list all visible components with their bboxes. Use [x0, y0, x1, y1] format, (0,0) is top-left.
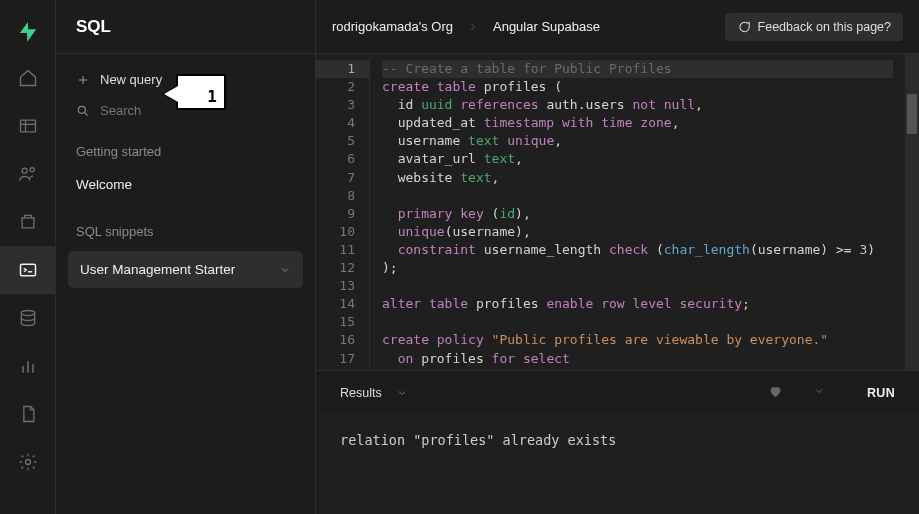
chevron-right-icon	[467, 21, 479, 33]
nav-auth-icon[interactable]	[0, 150, 56, 198]
page-title: SQL	[56, 0, 315, 54]
nav-reports-icon[interactable]	[0, 342, 56, 390]
sidebar-item-user-management[interactable]: User Management Starter	[68, 251, 303, 288]
svg-rect-5	[21, 264, 36, 276]
sidebar: SQL New query 1 Getting started Welcome …	[56, 0, 316, 514]
feedback-label: Feedback on this page?	[758, 20, 891, 34]
chevron-down-icon	[279, 264, 291, 276]
new-query-button[interactable]: New query	[56, 54, 315, 97]
results-bar: Results RUN	[316, 370, 919, 414]
sql-editor[interactable]: 1234567891011121314151617 -- Create a ta…	[316, 54, 919, 370]
breadcrumb: rodrigokamada's Org Angular Supabase Fee…	[316, 0, 919, 54]
sidebar-item-label: User Management Starter	[80, 262, 235, 277]
nav-table-editor-icon[interactable]	[0, 102, 56, 150]
editor-gutter: 1234567891011121314151617	[316, 54, 370, 370]
search-row	[56, 97, 315, 130]
chat-icon	[737, 20, 751, 34]
main: rodrigokamada's Org Angular Supabase Fee…	[316, 0, 919, 514]
results-menu[interactable]	[813, 385, 825, 400]
search-input[interactable]	[100, 103, 240, 118]
svg-point-6	[21, 311, 34, 316]
editor-scrollbar[interactable]	[905, 54, 919, 370]
scrollbar-thumb[interactable]	[907, 94, 917, 134]
sidebar-item-welcome[interactable]: Welcome	[56, 167, 315, 202]
nav-database-icon[interactable]	[0, 294, 56, 342]
nav-storage-icon[interactable]	[0, 198, 56, 246]
breadcrumb-org[interactable]: rodrigokamada's Org	[332, 19, 453, 34]
editor-code[interactable]: -- Create a table for Public Profilescre…	[370, 54, 905, 370]
nav-settings-icon[interactable]	[0, 438, 56, 486]
search-icon	[76, 104, 90, 118]
section-sql-snippets: SQL snippets	[56, 202, 315, 247]
svg-point-13	[78, 106, 85, 113]
plus-icon	[76, 73, 90, 87]
svg-rect-0	[21, 120, 36, 132]
nav-home-icon[interactable]	[0, 54, 56, 102]
results-label[interactable]: Results	[340, 386, 382, 400]
icon-rail	[0, 0, 56, 514]
nav-sql-icon[interactable]	[0, 246, 56, 294]
sidebar-actions: New query 1	[56, 54, 315, 130]
run-button[interactable]: RUN	[867, 386, 895, 400]
svg-point-3	[22, 168, 27, 173]
svg-point-4	[30, 168, 34, 172]
chevron-down-icon[interactable]	[396, 387, 408, 399]
supabase-logo	[0, 10, 56, 54]
section-getting-started: Getting started	[56, 130, 315, 167]
breadcrumb-project[interactable]: Angular Supabase	[493, 19, 600, 34]
favorite-button[interactable]	[768, 384, 783, 402]
results-output: relation "profiles" already exists	[316, 414, 919, 514]
nav-docs-icon[interactable]	[0, 390, 56, 438]
new-query-label: New query	[100, 72, 162, 87]
feedback-button[interactable]: Feedback on this page?	[725, 13, 903, 41]
svg-point-10	[26, 460, 31, 465]
svg-line-14	[85, 112, 88, 115]
